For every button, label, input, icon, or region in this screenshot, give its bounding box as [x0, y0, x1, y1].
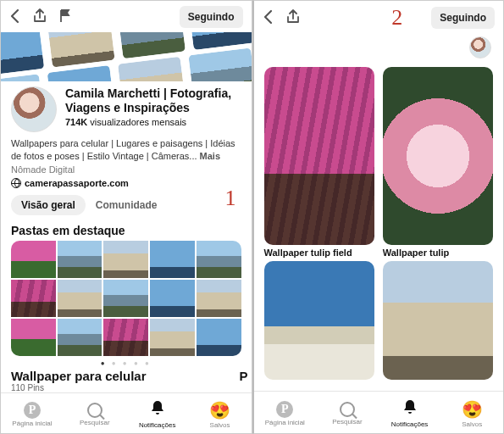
profile-name: Camila Marchetti | Fotografia, Viagens e…	[65, 86, 241, 115]
heart-eyes-icon: 😍	[462, 399, 483, 420]
annotation-1: 1	[225, 186, 236, 211]
profile-subtitle: Nômade Digital	[1, 163, 252, 175]
screenshot-panel-1: Seguindo Camila Marchetti | Fotografia, …	[0, 0, 252, 434]
pin-caption: Wallpaper tulip field	[264, 248, 374, 258]
pin-item[interactable]: Wallpaper tulip	[383, 67, 493, 258]
board-pin-count: 110 Pins	[1, 383, 239, 392]
search-icon	[340, 402, 355, 417]
pin-item[interactable]	[383, 261, 493, 380]
profile-stats: 714K visualizadores mensais	[65, 117, 241, 127]
flag-icon[interactable]	[58, 8, 70, 26]
bell-icon	[402, 398, 418, 420]
back-icon[interactable]	[263, 9, 274, 27]
featured-boards[interactable]: ● ● ● ● ●	[1, 241, 252, 369]
bell-icon	[149, 399, 166, 420]
follow-button[interactable]: Seguindo	[431, 7, 495, 29]
pin-caption: Wallpaper tulip	[383, 248, 493, 258]
tab-community[interactable]: Comunidade	[92, 195, 161, 215]
pin-image[interactable]	[264, 261, 374, 380]
pin-grid: Wallpaper tulip field Wallpaper tulip	[254, 62, 504, 391]
board-collage[interactable]	[11, 241, 241, 356]
tab-search[interactable]: Pesquisar	[64, 403, 126, 426]
pin-item[interactable]	[264, 261, 374, 380]
pin-image[interactable]	[264, 67, 374, 245]
annotation-2: 2	[391, 5, 402, 31]
tab-notifications[interactable]: Notificações	[379, 398, 441, 428]
featured-section-title: Pastas em destaque	[1, 220, 252, 241]
avatar[interactable]	[11, 86, 57, 132]
profile-header: Camila Marchetti | Fotografia, Viagens e…	[1, 81, 252, 136]
share-icon[interactable]	[286, 9, 300, 27]
bottom-tabbar: P Página inicial Pesquisar Notificações …	[254, 391, 504, 433]
tab-saved[interactable]: 😍 Salvos	[189, 400, 252, 429]
profile-tabs: Visão geral Comunidade	[1, 188, 252, 220]
back-icon[interactable]	[9, 8, 21, 26]
top-nav: 2 Seguindo	[254, 1, 504, 33]
carousel-dots[interactable]: ● ● ● ● ●	[11, 359, 241, 367]
pin-image[interactable]	[383, 67, 493, 245]
tab-home[interactable]: P Página inicial	[1, 402, 64, 427]
follow-button[interactable]: Seguindo	[180, 6, 243, 28]
globe-icon	[11, 178, 21, 188]
tab-notifications[interactable]: Notificações	[126, 399, 189, 429]
tab-home[interactable]: P Página inicial	[254, 401, 317, 426]
board-title[interactable]: Wallpaper para celular	[1, 369, 239, 383]
pinterest-icon: P	[276, 401, 293, 418]
search-icon	[87, 403, 102, 418]
pinterest-icon: P	[24, 402, 41, 419]
cover-collage	[1, 32, 252, 82]
pin-image[interactable]	[383, 261, 493, 380]
top-nav: Seguindo	[1, 1, 252, 32]
tab-saved[interactable]: 😍 Salvos	[440, 399, 503, 428]
tab-overview[interactable]: Visão geral	[11, 195, 86, 215]
heart-eyes-icon: 😍	[209, 400, 230, 420]
bottom-tabbar: P Página inicial Pesquisar Notificações …	[1, 392, 252, 433]
more-link[interactable]: Mais	[200, 151, 220, 161]
avatar[interactable]	[469, 36, 491, 58]
next-board-initial: P	[239, 369, 251, 383]
profile-link[interactable]: camerapassaporte.com	[1, 175, 252, 188]
pin-item[interactable]: Wallpaper tulip field	[264, 67, 374, 258]
tab-search[interactable]: Pesquisar	[316, 402, 379, 426]
profile-bio: Wallpapers para celular | Lugares e pais…	[1, 136, 252, 163]
share-icon[interactable]	[33, 8, 47, 26]
screenshot-panel-2: 2 Seguindo Wallpaper tulip field Wallpap…	[252, 0, 505, 434]
